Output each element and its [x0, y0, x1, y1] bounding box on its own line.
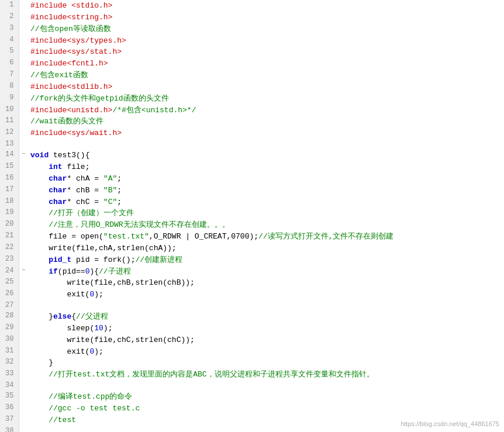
code-line: }: [28, 357, 504, 369]
fold-icon: [19, 23, 28, 35]
code-line: write(file,chB,strlen(chB));: [28, 277, 504, 289]
line-number: 14: [0, 150, 19, 161]
line-number: 6: [0, 58, 19, 70]
fold-icon: [19, 323, 28, 334]
line-number: 34: [0, 381, 19, 391]
line-number: 17: [0, 185, 19, 196]
code-line: //打开test.txt文档，发现里面的内容是ABC，说明父进程和子进程共享文件…: [28, 369, 504, 381]
code-editor: 1#include <stdio.h>2#include<string.h>3/…: [0, 0, 504, 432]
table-row: 32 }: [0, 357, 504, 369]
fold-icon: [19, 70, 28, 81]
table-row: 18 char* chC = "C";: [0, 196, 504, 208]
fold-icon[interactable]: −: [19, 150, 28, 161]
fold-icon: [19, 300, 28, 311]
code-line: exit(0);: [28, 289, 504, 300]
code-line: write(file,chA,strlen(chA));: [28, 243, 504, 254]
fold-icon: [19, 185, 28, 196]
table-row: 9//fork的头文件和getpid函数的头文件: [0, 93, 504, 105]
line-number: 20: [0, 219, 19, 231]
fold-icon: [19, 196, 28, 208]
code-line: [28, 139, 504, 150]
code-line: //包含exit函数: [28, 70, 504, 81]
fold-icon[interactable]: −: [19, 266, 28, 278]
table-row: 4#include<sys/types.h>: [0, 35, 504, 47]
code-line: #include <stdio.h>: [28, 0, 504, 12]
fold-icon: [19, 116, 28, 127]
fold-icon: [19, 414, 28, 426]
table-row: 29 sleep(10);: [0, 323, 504, 334]
fold-icon: [19, 231, 28, 243]
code-line: //包含open等读取函数: [28, 23, 504, 35]
fold-icon: [19, 369, 28, 381]
table-row: 11//wait函数的头文件: [0, 116, 504, 127]
line-number: 28: [0, 311, 19, 323]
table-row: 31 exit(0);: [0, 346, 504, 358]
line-number: 33: [0, 369, 19, 381]
fold-icon: [19, 243, 28, 254]
fold-icon: [19, 12, 28, 23]
table-row: 14−void test3(){: [0, 150, 504, 161]
line-number: 21: [0, 231, 19, 243]
line-number: 1: [0, 0, 19, 12]
code-line: char* chB = "B";: [28, 185, 504, 196]
line-number: 15: [0, 161, 19, 173]
code-line: #include<unistd.h>/*#包含<unistd.h>*/: [28, 105, 504, 116]
code-line: pid_t pid = fork();//创建新进程: [28, 254, 504, 266]
table-row: 36 //gcc -o test test.c: [0, 403, 504, 414]
code-line: void test3(){: [28, 150, 504, 161]
fold-icon: [19, 208, 28, 219]
code-line: file = open("test.txt",O_RDWR | O_CREAT,…: [28, 231, 504, 243]
table-row: 35 //编译test.cpp的命令: [0, 391, 504, 403]
fold-icon: [19, 403, 28, 414]
table-row: 25 write(file,chB,strlen(chB));: [0, 277, 504, 289]
table-row: 12#include<sys/wait.h>: [0, 127, 504, 139]
line-number: 38: [0, 426, 19, 432]
table-row: 30 write(file,chC,strlen(chC));: [0, 334, 504, 346]
fold-icon: [19, 254, 28, 266]
line-number: 12: [0, 127, 19, 139]
code-line: [28, 300, 504, 311]
fold-icon: [19, 81, 28, 93]
line-number: 5: [0, 46, 19, 58]
line-number: 11: [0, 116, 19, 127]
table-row: 6#include<fcntl.h>: [0, 58, 504, 70]
line-number: 9: [0, 93, 19, 105]
line-number: 23: [0, 254, 19, 266]
table-row: 8#include<stdlib.h>: [0, 81, 504, 93]
line-number: 7: [0, 70, 19, 81]
table-row: 22 write(file,chA,strlen(chA));: [0, 243, 504, 254]
code-line: sleep(10);: [28, 323, 504, 334]
line-number: 16: [0, 173, 19, 185]
code-table: 1#include <stdio.h>2#include<string.h>3/…: [0, 0, 504, 432]
line-number: 29: [0, 323, 19, 334]
table-row: 13: [0, 139, 504, 150]
fold-icon: [19, 127, 28, 139]
table-row: 26 exit(0);: [0, 289, 504, 300]
code-line: //编译test.cpp的命令: [28, 391, 504, 403]
line-number: 27: [0, 300, 19, 311]
code-line: #include<sys/types.h>: [28, 35, 504, 47]
code-line: int file;: [28, 161, 504, 173]
fold-icon: [19, 381, 28, 391]
watermark: https://blog.csdn.net/qq_44861675: [401, 420, 499, 427]
line-number: 4: [0, 35, 19, 47]
code-line: }else{//父进程: [28, 311, 504, 323]
line-number: 13: [0, 139, 19, 150]
code-line: exit(0);: [28, 346, 504, 358]
table-row: 34: [0, 381, 504, 391]
table-row: 1#include <stdio.h>: [0, 0, 504, 12]
code-line: char* chC = "C";: [28, 196, 504, 208]
table-row: 3//包含open等读取函数: [0, 23, 504, 35]
code-line: #include<fcntl.h>: [28, 58, 504, 70]
fold-icon: [19, 334, 28, 346]
code-line: #include<sys/stat.h>: [28, 46, 504, 58]
code-line: write(file,chC,strlen(chC));: [28, 334, 504, 346]
fold-icon: [19, 0, 28, 12]
table-row: 10#include<unistd.h>/*#包含<unistd.h>*/: [0, 105, 504, 116]
code-line: //fork的头文件和getpid函数的头文件: [28, 93, 504, 105]
line-number: 10: [0, 105, 19, 116]
table-row: 19 //打开（创建）一个文件: [0, 208, 504, 219]
fold-icon: [19, 289, 28, 300]
code-line: [28, 381, 504, 391]
table-row: 27: [0, 300, 504, 311]
